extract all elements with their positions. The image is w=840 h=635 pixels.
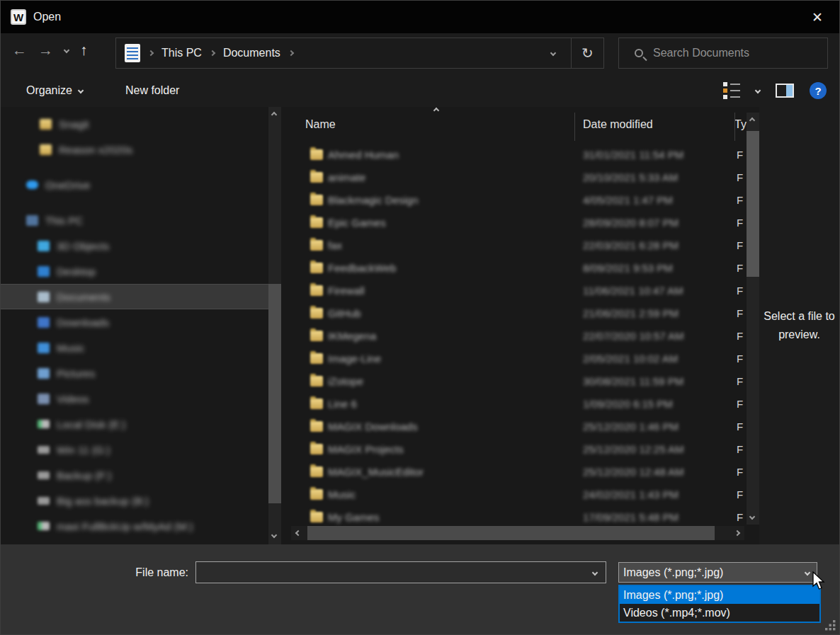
new-folder-button[interactable]: New folder: [125, 84, 179, 97]
list-vertical-scrollbar[interactable]: [747, 113, 759, 525]
file-type-option[interactable]: Videos (*.mp4;*.mov): [620, 604, 819, 622]
file-type-chevron-icon: [805, 569, 810, 575]
refresh-icon[interactable]: ↻: [571, 38, 603, 68]
file-list-panel: Name Date modified Ty Ahmed Human 31/01/…: [289, 107, 747, 544]
column-header-date-modified[interactable]: Date modified: [583, 118, 653, 131]
file-name-cell: Ahmed Human: [328, 149, 399, 161]
breadcrumb-documents[interactable]: Documents: [216, 47, 288, 59]
file-name-input[interactable]: [196, 566, 593, 578]
sidebar-item[interactable]: Win 11 (G:): [1, 437, 268, 462]
sidebar-item[interactable]: This PC: [1, 207, 268, 233]
resize-grip-icon[interactable]: [825, 620, 836, 631]
sidebar-item[interactable]: Documents: [1, 284, 268, 309]
file-row[interactable]: Image-Line 2/05/2021 10:02 AM F: [289, 348, 747, 370]
address-bar[interactable]: This PC Documents ↻: [115, 38, 604, 69]
sidebar-item[interactable]: maxi FullBckUp w/MyAd (M:): [1, 513, 268, 539]
file-row[interactable]: Epic Games 28/09/2020 8:07 PM F: [289, 212, 747, 234]
scrollbar-thumb[interactable]: [747, 131, 759, 277]
file-row[interactable]: iZotope 30/08/2021 11:59 PM F: [289, 370, 747, 393]
sidebar-item-label: Downloads: [57, 316, 109, 328]
file-row[interactable]: MAGIX Downloads 25/12/2020 1:46 PM F: [289, 416, 747, 438]
file-type-option[interactable]: Images (*.png;*.jpg): [620, 586, 819, 604]
sidebar-item[interactable]: Pictures: [1, 360, 268, 386]
folder-icon: [310, 353, 323, 364]
sidebar-item[interactable]: Reason x2020s: [1, 137, 268, 162]
scrollbar-thumb[interactable]: [307, 526, 715, 540]
sidebar-item[interactable]: 3D Objects: [1, 233, 268, 258]
sidebar-item[interactable]: Local Disk (E:): [1, 411, 268, 437]
sidebar-item[interactable]: Backup (F:): [1, 462, 268, 488]
sidebar-item[interactable]: Big ass backup (B:): [1, 488, 268, 513]
file-row[interactable]: fax 22/03/2021 6:28 PM F: [289, 234, 747, 257]
open-file-dialog: W Open ✕ ← → ↑ This PC Documents ↻ Searc…: [0, 0, 840, 635]
file-row[interactable]: Ahmed Human 31/01/2021 11:54 PM F: [289, 144, 747, 166]
back-icon[interactable]: ←: [12, 42, 27, 59]
file-row[interactable]: IKMegena 22/07/2020 10:57 AM F: [289, 325, 747, 348]
file-row[interactable]: Line 6 1/09/2020 6:15 PM F: [289, 393, 747, 416]
file-row[interactable]: Music 24/02/2021 1:43 PM F: [289, 484, 747, 506]
sidebar-item[interactable]: OneDrive: [1, 172, 268, 198]
file-name-dropdown-chevron-icon[interactable]: [592, 569, 598, 575]
column-divider[interactable]: [574, 113, 575, 141]
sidebar-item[interactable]: Snagit: [1, 111, 268, 137]
scroll-down-icon[interactable]: [271, 532, 277, 538]
file-type-select[interactable]: Images (*.png;*.jpg): [618, 562, 817, 583]
folder-icon: [310, 399, 323, 409]
column-header-type[interactable]: Ty: [734, 118, 747, 131]
details-view-icon[interactable]: [723, 82, 740, 99]
file-name-cell: MAGIX_MusicEditor: [328, 466, 424, 478]
sidebar-item[interactable]: Desktop: [1, 258, 268, 284]
forward-icon[interactable]: →: [38, 42, 53, 59]
search-input[interactable]: Search Documents: [618, 38, 828, 69]
scrollbar-track[interactable]: [305, 526, 730, 540]
column-header-name[interactable]: Name: [305, 118, 336, 131]
file-name-cell: Firewall: [328, 285, 365, 297]
up-icon[interactable]: ↑: [80, 42, 88, 59]
scroll-up-icon[interactable]: [749, 118, 755, 123]
scroll-down-icon[interactable]: [749, 514, 755, 520]
recent-locations-chevron-icon[interactable]: [64, 47, 69, 53]
scroll-up-icon[interactable]: [271, 112, 277, 118]
scroll-right-icon[interactable]: [730, 531, 744, 535]
sidebar-item-icon: [38, 394, 50, 404]
scroll-left-icon[interactable]: [291, 531, 305, 535]
preview-pane-icon[interactable]: [776, 84, 794, 98]
sidebar-item-label: Documents: [57, 291, 110, 303]
view-options-chevron-icon[interactable]: [755, 88, 761, 93]
title-bar: W Open ✕: [1, 1, 839, 33]
date-modified-cell: 20/10/2021 5:33 AM: [583, 171, 678, 183]
sidebar-item-label: Videos: [57, 393, 89, 405]
close-icon[interactable]: ✕: [805, 6, 829, 28]
file-name-combo[interactable]: [195, 561, 606, 583]
type-cell: F: [737, 330, 743, 342]
organize-button[interactable]: Organize: [26, 84, 83, 97]
file-name-cell: Line 6: [328, 398, 357, 410]
file-row[interactable]: Firewall 11/06/2021 10:47 AM F: [289, 280, 747, 302]
file-row[interactable]: GitHub 21/06/2021 2:59 PM F: [289, 302, 747, 325]
breadcrumb-this-pc[interactable]: This PC: [154, 47, 209, 59]
file-row[interactable]: MAGIX Projects 25/12/2020 12:25 AM F: [289, 438, 747, 461]
sidebar-item[interactable]: Videos: [1, 386, 268, 411]
file-row[interactable]: animate 20/10/2021 5:33 AM F: [289, 166, 747, 189]
type-cell: F: [737, 194, 743, 206]
type-cell: F: [737, 217, 743, 229]
horizontal-scrollbar[interactable]: [291, 526, 744, 540]
preview-pane: Select a file to preview.: [759, 107, 839, 544]
folder-icon: [310, 331, 323, 341]
date-modified-cell: 25/12/2020 1:46 PM: [583, 421, 679, 433]
help-icon[interactable]: ?: [810, 82, 827, 99]
file-name-cell: FeedbackWeb: [328, 262, 396, 274]
file-row[interactable]: Blackmagic Design 4/05/2021 1:47 PM F: [289, 189, 747, 212]
sidebar-item-label: Win 11 (G:): [57, 444, 110, 456]
column-divider[interactable]: [734, 113, 735, 141]
address-dropdown-chevron-icon[interactable]: [535, 38, 571, 68]
sidebar-item[interactable]: Downloads: [1, 309, 268, 335]
file-row[interactable]: MAGIX_MusicEditor 25/12/2020 12:48 AM F: [289, 461, 747, 484]
sidebar-item[interactable]: Music: [1, 335, 268, 360]
sidebar-scrollbar[interactable]: [268, 107, 281, 544]
scrollbar-thumb[interactable]: [268, 284, 281, 503]
sidebar-item-icon: [38, 317, 50, 328]
file-name-cell: Image-Line: [328, 353, 381, 365]
file-name-cell: fax: [328, 239, 342, 251]
file-row[interactable]: FeedbackWeb 8/09/2021 9:53 PM F: [289, 257, 747, 280]
